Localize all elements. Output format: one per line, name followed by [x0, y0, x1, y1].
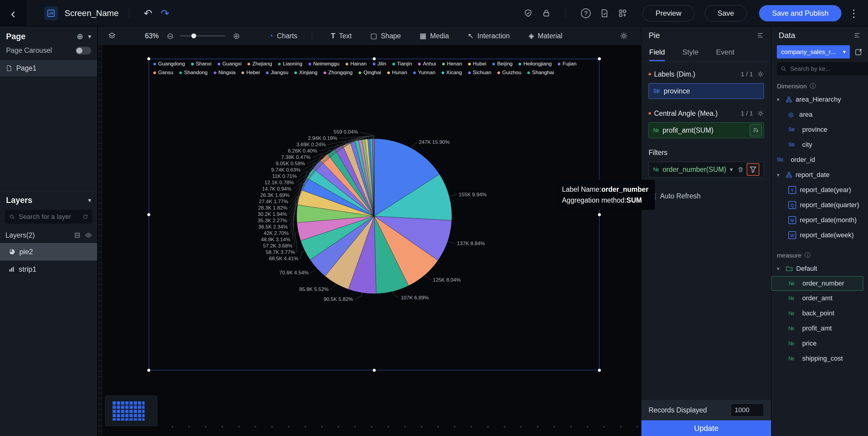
- legend-item-Shanghai[interactable]: Shanghai: [527, 70, 554, 76]
- refresh-icon[interactable]: [83, 214, 88, 220]
- selection-handle[interactable]: [147, 57, 150, 60]
- selection-handle[interactable]: [598, 369, 601, 372]
- eye-icon[interactable]: [85, 232, 92, 238]
- tree-caret-icon[interactable]: ▾: [777, 266, 782, 272]
- dimension-item-area[interactable]: ◎area: [771, 107, 868, 122]
- legend-item-Guangdong[interactable]: Guangdong: [153, 61, 185, 67]
- more-menu-icon[interactable]: ⋮: [849, 7, 859, 19]
- dimension-item-province[interactable]: Strprovince: [771, 122, 868, 137]
- layer-item-strip1[interactable]: strip1: [0, 261, 97, 278]
- legend-item-Tianjin[interactable]: Tianjin: [392, 61, 412, 67]
- selection-handle[interactable]: [373, 57, 376, 60]
- field-search-input[interactable]: [789, 65, 868, 73]
- legend-item-Hunan[interactable]: Hunan: [387, 70, 407, 76]
- legend-item-Hainan[interactable]: Hainan: [346, 61, 367, 67]
- labels-gear-icon[interactable]: [757, 71, 764, 77]
- legend-item-Ningxia[interactable]: Ningxia: [214, 70, 236, 76]
- menu-shape[interactable]: ▢ Shape: [370, 32, 401, 40]
- dimension-item-city[interactable]: Strcity: [771, 137, 868, 152]
- legend-item-Jiangsu[interactable]: Jiangsu: [266, 70, 288, 76]
- help-icon[interactable]: ?: [581, 8, 591, 18]
- page-item[interactable]: Page1: [0, 60, 97, 76]
- page-collapse-icon[interactable]: ▾: [88, 33, 91, 40]
- export-group-icon[interactable]: [618, 9, 627, 18]
- dimension-item-report_date(week)[interactable]: Wreport_date(week): [771, 228, 868, 243]
- selection-handle[interactable]: [598, 213, 601, 216]
- legend-item-Qinghai[interactable]: Qinghai: [359, 70, 381, 76]
- dataset-select[interactable]: company_sales_r... ▾: [777, 45, 850, 59]
- zoom-in-icon[interactable]: ⊕: [233, 31, 240, 41]
- selection-handle[interactable]: [147, 213, 150, 216]
- measure-item-order_number[interactable]: №order_number: [771, 276, 863, 291]
- dimension-item-area_Hierarchy[interactable]: ▾area_Hierarchy: [771, 92, 868, 107]
- selection-handle[interactable]: [147, 369, 150, 372]
- canvas-settings-gear-icon[interactable]: [620, 32, 628, 40]
- measure-item-order_amt[interactable]: №order_amt: [771, 291, 868, 306]
- chevron-down-icon[interactable]: ▾: [730, 166, 733, 173]
- layers-panel-icon[interactable]: [108, 32, 116, 40]
- menu-interaction[interactable]: ↖ Interaction: [468, 32, 510, 40]
- undo-icon[interactable]: ↶: [144, 7, 152, 19]
- chart-artboard[interactable]: 559 0.04%2.94K 0.19%3.69K 0.24%6.26K 0.4…: [149, 59, 599, 370]
- measure-item-shipping_cost[interactable]: №shipping_cost: [771, 351, 868, 366]
- legend-item-Jilin[interactable]: Jilin: [373, 61, 386, 67]
- tree-caret-icon[interactable]: ▾: [777, 172, 782, 178]
- canvas[interactable]: 559 0.04%2.94K 0.19%3.69K 0.24%6.26K 0.4…: [98, 45, 641, 436]
- measure-item-back_point[interactable]: №back_point: [771, 306, 868, 321]
- legend-item-Shanxi[interactable]: Shanxi: [191, 61, 212, 67]
- back-button[interactable]: ‹: [0, 0, 27, 27]
- panel-collapse-icon[interactable]: [854, 32, 861, 39]
- menu-media[interactable]: ▦ Media: [420, 32, 449, 40]
- legend-item-Xinjiang[interactable]: Xinjiang: [294, 70, 317, 76]
- legend-item-Anhui[interactable]: Anhui: [418, 61, 436, 67]
- delete-filter-icon[interactable]: [738, 166, 744, 172]
- dimension-item-report_date(quarter)[interactable]: Qreport_date(quarter): [771, 198, 868, 212]
- legend-item-Xicang[interactable]: Xicang: [441, 70, 462, 76]
- zoom-slider-knob[interactable]: [191, 33, 196, 38]
- page-carousel-toggle[interactable]: [75, 47, 91, 55]
- tab-event[interactable]: Event: [716, 48, 734, 61]
- lock-icon[interactable]: [542, 9, 551, 18]
- zoom-slider[interactable]: [180, 35, 225, 36]
- legend-item-Liaoning[interactable]: Liaoning: [278, 61, 302, 67]
- redo-icon[interactable]: ↷: [161, 7, 169, 19]
- preview-button[interactable]: Preview: [643, 5, 694, 22]
- sort-order-button[interactable]: [750, 124, 762, 136]
- menu-material[interactable]: ◈ Material: [528, 32, 562, 40]
- legend-item-Shandong[interactable]: Shandong: [179, 70, 208, 76]
- menu-charts[interactable]: ◔ Charts: [269, 32, 297, 40]
- save-button[interactable]: Save: [705, 5, 747, 22]
- legend-item-Fujian[interactable]: Fujian: [558, 61, 577, 67]
- minimap[interactable]: [105, 396, 157, 426]
- angle-field-chip[interactable]: № profit_amt(SUM): [649, 123, 764, 138]
- legend-item-Neimenggu[interactable]: Neimenggu: [308, 61, 340, 67]
- layer-item-pie2[interactable]: pie2: [0, 243, 97, 261]
- layer-search-input[interactable]: [18, 212, 80, 221]
- measure-folder-Default[interactable]: ▾Default: [771, 261, 868, 276]
- legend-item-Guizhou[interactable]: Guizhou: [497, 70, 521, 76]
- collapse-all-icon[interactable]: ⊟: [74, 231, 80, 239]
- labels-field-chip[interactable]: Str province: [649, 83, 764, 99]
- legend-item-Guangxi[interactable]: Guangxi: [218, 61, 242, 67]
- dimension-item-order_id[interactable]: Str.order_id: [771, 152, 868, 167]
- dimension-item-report_date(month)[interactable]: Mreport_date(month): [771, 212, 868, 228]
- legend-item-Yunnan[interactable]: Yunnan: [413, 70, 435, 76]
- records-input[interactable]: [731, 403, 764, 417]
- legend-item-Beijing[interactable]: Beijing: [492, 61, 513, 67]
- measure-item-profit_amt[interactable]: №profit_amt: [771, 321, 868, 336]
- legend-item-Hubei[interactable]: Hubei: [468, 61, 486, 67]
- menu-text[interactable]: T Text: [331, 32, 351, 40]
- tab-style[interactable]: Style: [682, 48, 699, 61]
- doc-check-icon[interactable]: [600, 9, 609, 18]
- filter-field-chip[interactable]: № order_number(SUM) ▾: [649, 162, 764, 177]
- zoom-out-icon[interactable]: ⊖: [166, 31, 174, 41]
- dimension-item-report_date[interactable]: ▾report_date: [771, 167, 868, 182]
- add-page-icon[interactable]: ⊕: [77, 32, 83, 41]
- tree-caret-icon[interactable]: ▾: [777, 97, 782, 103]
- legend-item-Zhongqing[interactable]: Zhongqing: [323, 70, 352, 76]
- legend-item-Hebei[interactable]: Hebei: [242, 70, 259, 76]
- angle-gear-icon[interactable]: [757, 110, 764, 117]
- measure-item-price[interactable]: №price: [771, 336, 868, 351]
- legend-item-Henan[interactable]: Henan: [442, 61, 462, 67]
- dimension-item-report_date(year)[interactable]: Yreport_date(year): [771, 182, 868, 198]
